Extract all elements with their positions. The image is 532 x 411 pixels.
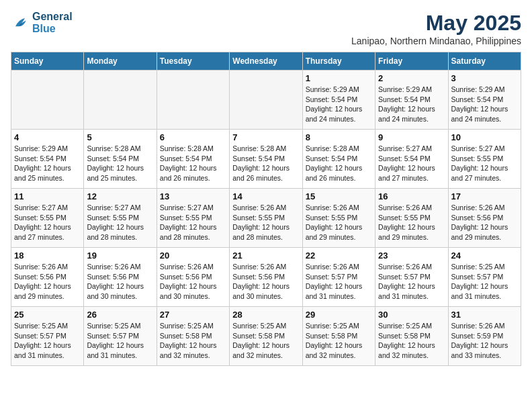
day-number: 14 <box>232 191 299 201</box>
calendar-cell: 6Sunrise: 5:28 AM Sunset: 5:54 PM Daylig… <box>157 130 229 189</box>
day-info: Sunrise: 5:29 AM Sunset: 5:54 PM Dayligh… <box>451 85 518 124</box>
day-info: Sunrise: 5:26 AM Sunset: 5:55 PM Dayligh… <box>378 203 445 242</box>
day-number: 11 <box>14 191 81 201</box>
location-title: Lanipao, Northern Mindanao, Philippines <box>351 36 521 46</box>
day-info: Sunrise: 5:25 AM Sunset: 5:57 PM Dayligh… <box>14 321 81 361</box>
weekday-header-friday: Friday <box>375 52 448 71</box>
calendar-cell: 25Sunrise: 5:25 AM Sunset: 5:57 PM Dayli… <box>11 307 84 366</box>
day-info: Sunrise: 5:26 AM Sunset: 5:59 PM Dayligh… <box>451 321 518 361</box>
calendar-cell: 23Sunrise: 5:26 AM Sunset: 5:57 PM Dayli… <box>375 248 448 307</box>
day-info: Sunrise: 5:26 AM Sunset: 5:55 PM Dayligh… <box>306 203 372 242</box>
day-number: 2 <box>378 73 445 83</box>
day-number: 3 <box>451 73 518 83</box>
calendar-table: SundayMondayTuesdayWednesdayThursdayFrid… <box>11 52 521 366</box>
day-info: Sunrise: 5:25 AM Sunset: 5:57 PM Dayligh… <box>451 262 518 302</box>
calendar-cell: 7Sunrise: 5:28 AM Sunset: 5:54 PM Daylig… <box>230 130 302 189</box>
calendar-cell: 4Sunrise: 5:29 AM Sunset: 5:54 PM Daylig… <box>11 130 84 189</box>
calendar-cell: 16Sunrise: 5:26 AM Sunset: 5:55 PM Dayli… <box>375 189 448 248</box>
day-info: Sunrise: 5:25 AM Sunset: 5:58 PM Dayligh… <box>378 321 445 361</box>
calendar-body: 1Sunrise: 5:29 AM Sunset: 5:54 PM Daylig… <box>11 71 521 366</box>
day-number: 25 <box>14 310 81 320</box>
calendar-cell: 20Sunrise: 5:26 AM Sunset: 5:56 PM Dayli… <box>157 248 229 307</box>
logo-icon <box>11 13 30 32</box>
week-row-2: 4Sunrise: 5:29 AM Sunset: 5:54 PM Daylig… <box>11 130 521 189</box>
weekday-header-tuesday: Tuesday <box>157 52 229 71</box>
day-number: 22 <box>306 250 372 261</box>
day-info: Sunrise: 5:26 AM Sunset: 5:56 PM Dayligh… <box>160 262 226 302</box>
calendar-cell: 17Sunrise: 5:26 AM Sunset: 5:56 PM Dayli… <box>448 189 521 248</box>
day-number: 12 <box>87 191 153 201</box>
weekday-header-sunday: Sunday <box>11 52 84 71</box>
day-number: 15 <box>306 191 372 201</box>
calendar-cell <box>11 71 84 130</box>
weekday-header-saturday: Saturday <box>448 52 521 71</box>
logo: General Blue <box>11 11 73 35</box>
day-info: Sunrise: 5:27 AM Sunset: 5:55 PM Dayligh… <box>451 144 518 183</box>
calendar-cell: 10Sunrise: 5:27 AM Sunset: 5:55 PM Dayli… <box>448 130 521 189</box>
day-info: Sunrise: 5:25 AM Sunset: 5:58 PM Dayligh… <box>232 321 299 361</box>
calendar-cell: 2Sunrise: 5:29 AM Sunset: 5:54 PM Daylig… <box>375 71 448 130</box>
day-number: 21 <box>232 250 299 261</box>
day-info: Sunrise: 5:27 AM Sunset: 5:55 PM Dayligh… <box>160 203 226 242</box>
day-number: 18 <box>14 250 81 261</box>
day-info: Sunrise: 5:26 AM Sunset: 5:56 PM Dayligh… <box>14 262 81 302</box>
calendar-cell: 18Sunrise: 5:26 AM Sunset: 5:56 PM Dayli… <box>11 248 84 307</box>
day-number: 4 <box>14 132 81 142</box>
day-info: Sunrise: 5:28 AM Sunset: 5:54 PM Dayligh… <box>87 144 153 183</box>
day-number: 5 <box>87 132 153 142</box>
day-info: Sunrise: 5:26 AM Sunset: 5:55 PM Dayligh… <box>232 203 299 242</box>
calendar-cell: 3Sunrise: 5:29 AM Sunset: 5:54 PM Daylig… <box>448 71 521 130</box>
calendar-cell: 22Sunrise: 5:26 AM Sunset: 5:57 PM Dayli… <box>302 248 375 307</box>
calendar-cell: 31Sunrise: 5:26 AM Sunset: 5:59 PM Dayli… <box>448 307 521 366</box>
day-number: 28 <box>232 310 299 320</box>
calendar-cell <box>230 71 302 130</box>
day-number: 1 <box>306 73 372 83</box>
day-info: Sunrise: 5:29 AM Sunset: 5:54 PM Dayligh… <box>378 85 445 124</box>
day-info: Sunrise: 5:29 AM Sunset: 5:54 PM Dayligh… <box>14 144 81 183</box>
day-info: Sunrise: 5:27 AM Sunset: 5:55 PM Dayligh… <box>14 203 81 242</box>
day-number: 9 <box>378 132 445 142</box>
day-number: 7 <box>232 132 299 142</box>
week-row-3: 11Sunrise: 5:27 AM Sunset: 5:55 PM Dayli… <box>11 189 521 248</box>
calendar-cell: 26Sunrise: 5:25 AM Sunset: 5:57 PM Dayli… <box>84 307 157 366</box>
day-number: 10 <box>451 132 518 142</box>
calendar-cell: 9Sunrise: 5:27 AM Sunset: 5:54 PM Daylig… <box>375 130 448 189</box>
calendar-cell: 28Sunrise: 5:25 AM Sunset: 5:58 PM Dayli… <box>230 307 302 366</box>
calendar-cell: 19Sunrise: 5:26 AM Sunset: 5:56 PM Dayli… <box>84 248 157 307</box>
day-info: Sunrise: 5:25 AM Sunset: 5:58 PM Dayligh… <box>306 321 372 361</box>
calendar-cell: 12Sunrise: 5:27 AM Sunset: 5:55 PM Dayli… <box>84 189 157 248</box>
day-number: 13 <box>160 191 226 201</box>
calendar-cell: 30Sunrise: 5:25 AM Sunset: 5:58 PM Dayli… <box>375 307 448 366</box>
weekday-header-monday: Monday <box>84 52 157 71</box>
day-number: 26 <box>87 310 153 320</box>
month-title: May 2025 <box>351 11 521 36</box>
logo-text: General Blue <box>32 11 73 35</box>
calendar-cell: 8Sunrise: 5:28 AM Sunset: 5:54 PM Daylig… <box>302 130 375 189</box>
day-info: Sunrise: 5:25 AM Sunset: 5:57 PM Dayligh… <box>87 321 153 361</box>
week-row-5: 25Sunrise: 5:25 AM Sunset: 5:57 PM Dayli… <box>11 307 521 366</box>
day-number: 23 <box>378 250 445 261</box>
day-number: 6 <box>160 132 226 142</box>
calendar-cell <box>84 71 157 130</box>
calendar-cell: 11Sunrise: 5:27 AM Sunset: 5:55 PM Dayli… <box>11 189 84 248</box>
calendar-cell: 21Sunrise: 5:26 AM Sunset: 5:56 PM Dayli… <box>230 248 302 307</box>
weekday-header-wednesday: Wednesday <box>230 52 302 71</box>
title-area: May 2025 Lanipao, Northern Mindanao, Phi… <box>351 11 521 46</box>
week-row-4: 18Sunrise: 5:26 AM Sunset: 5:56 PM Dayli… <box>11 248 521 307</box>
day-info: Sunrise: 5:25 AM Sunset: 5:58 PM Dayligh… <box>160 321 226 361</box>
calendar-cell: 5Sunrise: 5:28 AM Sunset: 5:54 PM Daylig… <box>84 130 157 189</box>
calendar-cell: 14Sunrise: 5:26 AM Sunset: 5:55 PM Dayli… <box>230 189 302 248</box>
day-number: 24 <box>451 250 518 261</box>
calendar-cell: 27Sunrise: 5:25 AM Sunset: 5:58 PM Dayli… <box>157 307 229 366</box>
day-number: 17 <box>451 191 518 201</box>
day-info: Sunrise: 5:26 AM Sunset: 5:57 PM Dayligh… <box>378 262 445 302</box>
day-info: Sunrise: 5:26 AM Sunset: 5:56 PM Dayligh… <box>451 203 518 242</box>
day-info: Sunrise: 5:26 AM Sunset: 5:56 PM Dayligh… <box>87 262 153 302</box>
day-info: Sunrise: 5:26 AM Sunset: 5:56 PM Dayligh… <box>232 262 299 302</box>
day-number: 30 <box>378 310 445 320</box>
day-info: Sunrise: 5:28 AM Sunset: 5:54 PM Dayligh… <box>160 144 226 183</box>
day-info: Sunrise: 5:27 AM Sunset: 5:54 PM Dayligh… <box>378 144 445 183</box>
calendar-cell: 29Sunrise: 5:25 AM Sunset: 5:58 PM Dayli… <box>302 307 375 366</box>
day-number: 20 <box>160 250 226 261</box>
weekday-header-row: SundayMondayTuesdayWednesdayThursdayFrid… <box>11 52 521 71</box>
